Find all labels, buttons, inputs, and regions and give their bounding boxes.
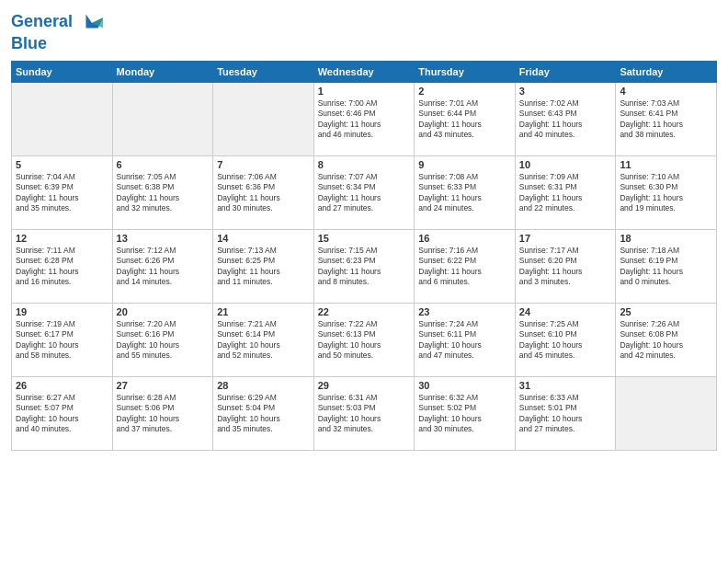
day-info: Sunrise: 7:13 AM Sunset: 6:25 PM Dayligh…	[217, 246, 310, 288]
day-number: 14	[217, 233, 310, 244]
day-number: 19	[16, 306, 108, 317]
calendar-cell: 11Sunrise: 7:10 AM Sunset: 6:30 PM Dayli…	[616, 155, 717, 229]
calendar-cell: 31Sunrise: 6:33 AM Sunset: 5:01 PM Dayli…	[515, 376, 616, 450]
day-number: 6	[117, 159, 210, 170]
calendar-table: SundayMondayTuesdayWednesdayThursdayFrid…	[11, 61, 717, 451]
day-number: 29	[318, 380, 411, 391]
day-number: 5	[16, 159, 108, 170]
day-info: Sunrise: 7:22 AM Sunset: 6:13 PM Dayligh…	[318, 319, 411, 362]
day-number: 27	[117, 380, 210, 391]
day-number: 12	[16, 233, 108, 244]
day-number: 22	[318, 306, 411, 317]
day-number: 2	[418, 86, 511, 97]
weekday-header: Friday	[515, 61, 616, 82]
calendar-cell: 7Sunrise: 7:06 AM Sunset: 6:36 PM Daylig…	[213, 155, 314, 229]
day-number: 3	[519, 86, 612, 97]
day-info: Sunrise: 7:20 AM Sunset: 6:16 PM Dayligh…	[117, 319, 210, 362]
calendar-cell: 15Sunrise: 7:15 AM Sunset: 6:23 PM Dayli…	[313, 229, 415, 303]
day-number: 21	[217, 306, 310, 317]
calendar-cell: 3Sunrise: 7:02 AM Sunset: 6:43 PM Daylig…	[515, 82, 616, 155]
day-info: Sunrise: 7:24 AM Sunset: 6:11 PM Dayligh…	[418, 319, 511, 362]
calendar-cell: 30Sunrise: 6:32 AM Sunset: 5:02 PM Dayli…	[415, 376, 516, 450]
calendar-cell: 27Sunrise: 6:28 AM Sunset: 5:06 PM Dayli…	[112, 376, 213, 450]
calendar-cell	[12, 82, 113, 155]
day-info: Sunrise: 7:10 AM Sunset: 6:30 PM Dayligh…	[620, 172, 712, 214]
calendar-cell: 9Sunrise: 7:08 AM Sunset: 6:33 PM Daylig…	[415, 155, 516, 229]
day-info: Sunrise: 6:31 AM Sunset: 5:03 PM Dayligh…	[318, 393, 411, 435]
calendar-cell: 26Sunrise: 6:27 AM Sunset: 5:07 PM Dayli…	[12, 376, 113, 450]
day-number: 16	[418, 233, 511, 244]
day-info: Sunrise: 7:01 AM Sunset: 6:44 PM Dayligh…	[418, 98, 511, 141]
calendar-cell: 22Sunrise: 7:22 AM Sunset: 6:13 PM Dayli…	[313, 303, 415, 376]
header: General Blue	[11, 9, 717, 53]
day-info: Sunrise: 7:06 AM Sunset: 6:36 PM Dayligh…	[217, 172, 310, 214]
calendar-week-row: 26Sunrise: 6:27 AM Sunset: 5:07 PM Dayli…	[12, 376, 717, 450]
logo-text2: Blue	[11, 35, 105, 53]
calendar-cell	[112, 82, 213, 155]
day-info: Sunrise: 6:27 AM Sunset: 5:07 PM Dayligh…	[16, 393, 108, 435]
day-number: 28	[217, 380, 310, 391]
calendar-cell: 4Sunrise: 7:03 AM Sunset: 6:41 PM Daylig…	[616, 82, 717, 155]
day-info: Sunrise: 6:29 AM Sunset: 5:04 PM Dayligh…	[217, 393, 310, 435]
day-info: Sunrise: 7:15 AM Sunset: 6:23 PM Dayligh…	[318, 246, 411, 288]
calendar-container: General Blue SundayMondayTuesdayWednesda…	[0, 0, 728, 563]
calendar-cell: 5Sunrise: 7:04 AM Sunset: 6:39 PM Daylig…	[12, 155, 113, 229]
weekday-header: Wednesday	[313, 61, 415, 82]
day-number: 31	[519, 380, 612, 391]
day-number: 20	[117, 306, 210, 317]
calendar-cell: 19Sunrise: 7:19 AM Sunset: 6:17 PM Dayli…	[12, 303, 113, 376]
calendar-cell: 23Sunrise: 7:24 AM Sunset: 6:11 PM Dayli…	[415, 303, 516, 376]
day-info: Sunrise: 7:02 AM Sunset: 6:43 PM Dayligh…	[519, 98, 612, 141]
calendar-cell: 29Sunrise: 6:31 AM Sunset: 5:03 PM Dayli…	[313, 376, 415, 450]
calendar-cell: 1Sunrise: 7:00 AM Sunset: 6:46 PM Daylig…	[313, 82, 415, 155]
weekday-header: Saturday	[616, 61, 717, 82]
calendar-cell: 20Sunrise: 7:20 AM Sunset: 6:16 PM Dayli…	[112, 303, 213, 376]
calendar-cell: 24Sunrise: 7:25 AM Sunset: 6:10 PM Dayli…	[515, 303, 616, 376]
day-info: Sunrise: 7:12 AM Sunset: 6:26 PM Dayligh…	[117, 246, 210, 288]
day-number: 15	[318, 233, 411, 244]
day-info: Sunrise: 6:32 AM Sunset: 5:02 PM Dayligh…	[418, 393, 511, 435]
day-number: 13	[117, 233, 210, 244]
calendar-cell	[213, 82, 314, 155]
calendar-cell: 2Sunrise: 7:01 AM Sunset: 6:44 PM Daylig…	[415, 82, 516, 155]
day-info: Sunrise: 7:19 AM Sunset: 6:17 PM Dayligh…	[16, 319, 108, 362]
day-number: 10	[519, 159, 612, 170]
day-number: 1	[318, 86, 411, 97]
day-number: 25	[620, 306, 712, 317]
weekday-header: Sunday	[12, 61, 113, 82]
weekday-header: Tuesday	[213, 61, 314, 82]
day-info: Sunrise: 7:25 AM Sunset: 6:10 PM Dayligh…	[519, 319, 612, 362]
day-info: Sunrise: 7:00 AM Sunset: 6:46 PM Dayligh…	[318, 98, 411, 141]
day-info: Sunrise: 7:03 AM Sunset: 6:41 PM Dayligh…	[620, 98, 712, 141]
day-info: Sunrise: 7:05 AM Sunset: 6:38 PM Dayligh…	[117, 172, 210, 214]
logo: General Blue	[11, 9, 105, 53]
day-number: 30	[418, 380, 511, 391]
day-info: Sunrise: 7:17 AM Sunset: 6:20 PM Dayligh…	[519, 246, 612, 288]
calendar-cell: 10Sunrise: 7:09 AM Sunset: 6:31 PM Dayli…	[515, 155, 616, 229]
day-info: Sunrise: 7:21 AM Sunset: 6:14 PM Dayligh…	[217, 319, 310, 362]
calendar-cell: 14Sunrise: 7:13 AM Sunset: 6:25 PM Dayli…	[213, 229, 314, 303]
day-number: 4	[620, 86, 712, 97]
calendar-cell: 12Sunrise: 7:11 AM Sunset: 6:28 PM Dayli…	[12, 229, 113, 303]
day-info: Sunrise: 7:09 AM Sunset: 6:31 PM Dayligh…	[519, 172, 612, 214]
calendar-cell: 13Sunrise: 7:12 AM Sunset: 6:26 PM Dayli…	[112, 229, 213, 303]
weekday-header: Thursday	[415, 61, 516, 82]
weekday-header: Monday	[112, 61, 213, 82]
day-number: 24	[519, 306, 612, 317]
day-info: Sunrise: 7:11 AM Sunset: 6:28 PM Dayligh…	[16, 246, 108, 288]
day-number: 26	[16, 380, 108, 391]
calendar-cell: 21Sunrise: 7:21 AM Sunset: 6:14 PM Dayli…	[213, 303, 314, 376]
calendar-cell: 25Sunrise: 7:26 AM Sunset: 6:08 PM Dayli…	[616, 303, 717, 376]
day-number: 8	[318, 159, 411, 170]
calendar-cell	[616, 376, 717, 450]
calendar-cell: 18Sunrise: 7:18 AM Sunset: 6:19 PM Dayli…	[616, 229, 717, 303]
calendar-cell: 8Sunrise: 7:07 AM Sunset: 6:34 PM Daylig…	[313, 155, 415, 229]
calendar-week-row: 12Sunrise: 7:11 AM Sunset: 6:28 PM Dayli…	[12, 229, 717, 303]
day-info: Sunrise: 6:33 AM Sunset: 5:01 PM Dayligh…	[519, 393, 612, 435]
day-info: Sunrise: 7:04 AM Sunset: 6:39 PM Dayligh…	[16, 172, 108, 214]
calendar-week-row: 5Sunrise: 7:04 AM Sunset: 6:39 PM Daylig…	[12, 155, 717, 229]
calendar-cell: 6Sunrise: 7:05 AM Sunset: 6:38 PM Daylig…	[112, 155, 213, 229]
day-info: Sunrise: 7:07 AM Sunset: 6:34 PM Dayligh…	[318, 172, 411, 214]
calendar-cell: 16Sunrise: 7:16 AM Sunset: 6:22 PM Dayli…	[415, 229, 516, 303]
day-info: Sunrise: 7:18 AM Sunset: 6:19 PM Dayligh…	[620, 246, 712, 288]
